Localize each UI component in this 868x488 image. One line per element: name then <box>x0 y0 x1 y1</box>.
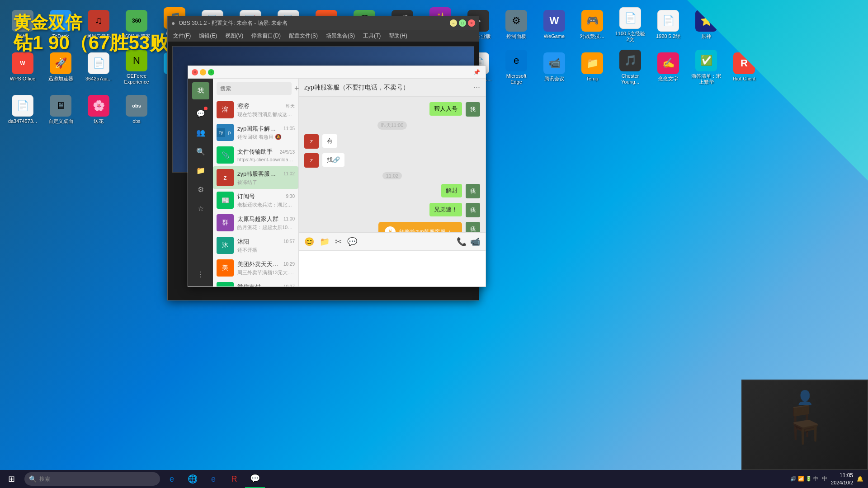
wechat-nav-settings[interactable]: ⚙ <box>192 181 209 198</box>
start-button[interactable]: ⊞ <box>0 470 23 488</box>
wechat-nav-discover[interactable]: 🔍 <box>192 143 209 160</box>
desktop-icon-label: Microsoft Edge <box>500 73 533 85</box>
contact-avatar-subscription: 📰 <box>217 192 234 209</box>
wechat-pin-icon[interactable]: 📌 <box>473 69 480 75</box>
desktop-icon-songhua[interactable]: 🌸 送花 <box>80 89 117 130</box>
desktop-icon-temp[interactable]: 📁 Temp <box>574 47 610 88</box>
wechat-transfer-card[interactable]: ¥ 转账给zyp韩服客服（... ¥10.00 微信转账 <box>378 222 462 232</box>
wegame-icon: W <box>543 10 565 32</box>
obs-minimize-button[interactable]: − <box>450 19 457 27</box>
wechat-contacts-scroll[interactable]: 溶 溶溶 昨天 现在给我回消息都成这样了😭 zy <box>213 99 298 286</box>
wechat-user-avatar[interactable]: 我 <box>192 82 209 99</box>
desktop-icon-jianying-video[interactable]: ✂ 剪映视频 <box>764 47 800 88</box>
obs-menu-view[interactable]: 视图(V) <box>222 31 247 41</box>
taskbar-date-display: 2024/10/2 <box>831 479 853 486</box>
obs-menu-dock[interactable]: 停靠窗口(D) <box>248 31 284 41</box>
contact-item-filetransfer[interactable]: 📎 文件传输助手 24/9/13 https://tj-client-downl… <box>213 144 298 166</box>
desktop-icon-dida[interactable]: ✅ 滴答清单：宋上繁华 <box>688 47 724 88</box>
folder-button[interactable]: 📁 <box>320 237 330 247</box>
desktop-icon-label: KOOK <box>813 33 827 39</box>
message-row-xiongdisu: 我 兄弟速！ <box>304 203 480 217</box>
message-timestamp-1100: 昨天11:00 <box>377 121 407 130</box>
desktop-icon-obs-shortcut[interactable]: obs obs <box>118 89 155 130</box>
desktop-icon-kugou[interactable]: 🐾 酷狗Music <box>764 5 800 45</box>
contact-item-subscription[interactable]: 📰 订阅号 9:30 老板还吹老兵法：湖北暴雨中出... <box>213 189 298 211</box>
contact-item-taiyuan[interactable]: 群 太原马超家人群 11:00 皓月派花：超超太原100... 🔕 <box>213 211 298 234</box>
wechat-messages-area[interactable]: 帮人入号 我 昨天11:00 z 有 z 找🔗 11:02 <box>299 97 486 232</box>
desktop-icon-da3474[interactable]: 📄 da3474573... <box>5 89 41 130</box>
obs-menu-edit[interactable]: 编辑(E) <box>195 31 221 41</box>
scissors-button[interactable]: ✂ <box>335 237 342 247</box>
desktop-icon-niannian[interactable]: ✍ 念念文字 <box>650 47 686 88</box>
contact-item-muyang[interactable]: 沐 沐阳 10:57 还不开播 <box>213 234 298 257</box>
contact-avatar-zyp-hanfu: z <box>217 169 234 186</box>
wechat-titlebar: × − + 📌 <box>188 66 486 79</box>
wechat-chat-input[interactable] <box>299 250 486 286</box>
desktop-icon-label: 控制面板 <box>506 33 526 39</box>
taskbar-notification-button[interactable]: 🔔 <box>857 476 863 482</box>
contact-preview-zyp-guoji: 还没回我 着急用 🔕 <box>237 134 295 141</box>
obs-menu-help[interactable]: 帮助(H) <box>385 31 411 41</box>
contact-preview-taiyuan: 皓月派花：超超太原100... 🔕 <box>237 224 295 231</box>
taskbar-clock[interactable]: 11:05 2024/10/2 <box>831 472 853 486</box>
obs-window-controls: − □ × <box>450 19 475 27</box>
wechat-chat-more-button[interactable]: ··· <box>473 83 480 92</box>
wechat-minimize-button[interactable]: − <box>200 69 206 75</box>
contact-info-wechat-pay: 微信支付 10:27 [服务通知]余额卡款凭证 <box>237 283 295 287</box>
desktop-icon-duizhan[interactable]: 🎮 对战竞技... <box>574 5 610 45</box>
desktop-icon-riot[interactable]: R Riot Client <box>726 47 762 88</box>
contact-preview-muyang: 还不开播 <box>237 247 295 253</box>
desktop-icon-chester-young[interactable]: 🎵 Chester Young... <box>612 47 648 88</box>
contact-item-zyp-guoji[interactable]: zy p zyp国籍卡解冻发账... 11:05 还没回我 着急用 🔕 <box>213 121 298 144</box>
chat-bubble-button[interactable]: 💬 <box>347 237 357 247</box>
wechat-search-input[interactable] <box>217 82 292 95</box>
wechat-nav-chat[interactable]: 💬 <box>192 105 209 122</box>
obs-maximize-button[interactable]: □ <box>459 19 466 27</box>
obs-close-button[interactable]: × <box>468 19 475 27</box>
desktop-icon-tencent-meeting[interactable]: 📹 腾讯会议 <box>536 47 572 88</box>
desktop-icon-wegame[interactable]: W WeGame <box>536 5 572 45</box>
desktop-icon-1920[interactable]: 📄 1920 5.2经 <box>650 5 686 45</box>
taskbar-app-riot[interactable]: R <box>224 470 244 488</box>
wechat-close-button[interactable]: × <box>192 69 198 75</box>
contact-info-rongrong: 溶溶 昨天 现在给我回消息都成这样了😭 <box>237 102 295 118</box>
obs-menu-tools[interactable]: 工具(T) <box>359 31 384 41</box>
taskbar-app-chrome[interactable]: 🌐 <box>183 470 203 488</box>
obs-menu-file[interactable]: 文件(F) <box>170 31 194 41</box>
message-row-top-sent: 帮人入号 我 <box>304 102 480 117</box>
taskbar-search-bar[interactable]: 🔍 搜索 <box>24 472 160 486</box>
message-row-you: z 有 <box>304 134 480 149</box>
video-call-button[interactable]: 📹 <box>470 237 480 247</box>
emoji-button[interactable]: 😊 <box>304 237 314 247</box>
desktop-icon-kook[interactable]: K KOOK <box>802 5 838 45</box>
desktop-icon-label: 腾讯会议 <box>544 76 564 82</box>
obs-menu-profile[interactable]: 配置文件(S) <box>285 31 321 41</box>
tencent-meeting-icon: 📹 <box>543 52 565 74</box>
obs-menu-scene-collection[interactable]: 场景集合(S) <box>322 31 359 41</box>
desktop-icon-control-panel[interactable]: ⚙ 控制面板 <box>498 5 534 45</box>
wechat-maximize-button[interactable]: + <box>208 69 214 75</box>
wechat-nav-folder[interactable]: 📁 <box>192 162 209 179</box>
desktop-icon-1100[interactable]: 📄 1100.5之经验2文 <box>612 5 648 45</box>
desktop-icon-yuanshen[interactable]: ⭐ 原神 <box>688 5 724 45</box>
taskbar-app-edge[interactable]: e <box>162 470 182 488</box>
taskbar-app-wechat[interactable]: 💬 <box>245 470 265 488</box>
desktop-icon-legends-runeterra[interactable]: 🃏 Legends of Runeterra <box>726 5 762 45</box>
wechat-nav-more[interactable]: ⋮ <box>192 266 209 283</box>
desktop-icon-label: 自定义桌面 <box>48 118 73 124</box>
contact-item-zyp-hanfu[interactable]: z zyp韩服客服（不要... 11:02 被冻结了 <box>213 166 298 189</box>
wechat-nav-collections[interactable]: ☆ <box>192 200 209 217</box>
taskbar-app-ie[interactable]: e <box>203 470 223 488</box>
wechat-nav-contacts[interactable]: 👥 <box>192 124 209 141</box>
contact-item-wechat-pay[interactable]: 支 微信支付 10:27 [服务通知]余额卡款凭证 <box>213 279 298 286</box>
contact-item-rongrong[interactable]: 溶 溶溶 昨天 现在给我回消息都成这样了😭 <box>213 99 298 121</box>
contact-item-meituan[interactable]: 美 美团外卖天天神券 10:29 周三外卖节满额13元大... 🔕 <box>213 257 298 279</box>
desktop-icon-4yue[interactable]: 🎬 4月24日(1).mp4 <box>802 47 838 88</box>
wechat-unread-badge <box>204 107 208 110</box>
desktop-icon-custom-desktop[interactable]: 🖥 自定义桌面 <box>42 89 79 130</box>
niannian-icon: ✍ <box>657 52 679 74</box>
desktop-icon-label: 酷狗Music <box>771 33 794 39</box>
voice-call-button[interactable]: 📞 <box>457 237 467 247</box>
desktop-icon-edge[interactable]: e Microsoft Edge <box>498 47 534 88</box>
wechat-add-contact-button[interactable]: + <box>294 82 299 95</box>
